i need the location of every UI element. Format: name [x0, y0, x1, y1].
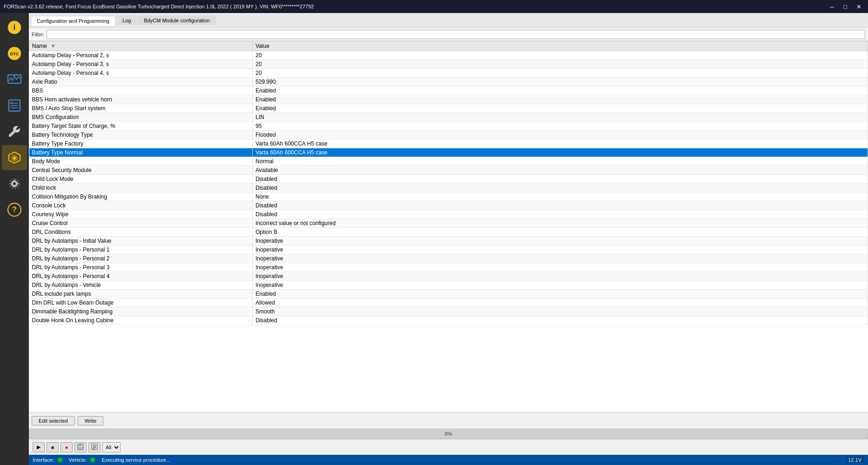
table-row[interactable]: Console LockDisabled [29, 201, 868, 210]
table-row[interactable]: BMS ConfigurationLIN [29, 113, 868, 122]
progress-label: 0% [445, 431, 452, 437]
log-select[interactable]: All [102, 442, 121, 452]
main-content: Configuration and Programming Log BdyCM … [29, 13, 868, 465]
sidebar-item-programming[interactable] [2, 145, 27, 170]
table-row[interactable]: BBS Horn activates vehicle hornEnabled [29, 95, 868, 104]
cell-name: Battery Target State of Charge, % [29, 122, 253, 131]
table-row[interactable]: DRL by Autolamps - Personal 4Inoperative [29, 272, 868, 281]
svg-text:i: i [13, 23, 15, 31]
voltage-display: 12.1V [845, 457, 864, 463]
tab-log[interactable]: Log [116, 15, 137, 25]
cell-value: Incorrect value or not configured [253, 219, 868, 228]
tab-config[interactable]: Configuration and Programming [31, 16, 115, 26]
table-row[interactable]: Dimmable Backlighting RampingSmooth [29, 307, 868, 316]
table-row[interactable]: Battery Type FactoryVarta 60Ah 600CCA H5… [29, 140, 868, 148]
table-row[interactable]: Battery Technology TypeFlooded [29, 131, 868, 140]
table-row[interactable]: Courtesy WipeDisabled [29, 210, 868, 219]
filter-input[interactable] [47, 30, 866, 39]
write-button[interactable]: Write [78, 416, 103, 425]
table-row[interactable]: DRL include park lampsEnabled [29, 290, 868, 299]
table-row[interactable]: Autolamp Delay - Personal 3, s20 [29, 60, 868, 69]
sidebar-item-settings[interactable] [2, 171, 27, 196]
sidebar-item-wrench[interactable] [2, 119, 27, 144]
table-row[interactable]: Autolamp Delay - Personal 4, s20 [29, 69, 868, 78]
tab-bdycm[interactable]: BdyCM Module configuration [138, 15, 215, 25]
cell-value: Disabled [253, 201, 868, 210]
cell-name: BBS [29, 86, 253, 95]
column-header-value[interactable]: Value [253, 41, 868, 51]
table-container[interactable]: Name ▼ Value Autolamp Delay - Personal 2… [29, 41, 868, 412]
cell-value: Disabled [253, 210, 868, 219]
sidebar-item-help[interactable]: ? [2, 197, 27, 222]
cell-value: Available [253, 166, 868, 175]
minimize-button[interactable]: ─ [827, 2, 837, 11]
table-row[interactable]: DRL by Autolamps - Personal 3Inoperative [29, 263, 868, 272]
progress-bar-container: 0% [29, 429, 868, 439]
table-row[interactable]: Central Security ModuleAvailable [29, 166, 868, 175]
svg-text:?: ? [12, 206, 17, 213]
interface-label: Interface: [33, 457, 54, 463]
maximize-button[interactable]: □ [841, 2, 850, 11]
column-header-name[interactable]: Name ▼ [29, 41, 253, 51]
play-button[interactable]: ▶ [33, 442, 45, 452]
sort-icon: ▼ [50, 43, 56, 49]
save-button[interactable] [74, 442, 87, 452]
table-row[interactable]: BMS / Auto Stop Start systemEnabled [29, 104, 868, 113]
table-row[interactable]: Autolamp Delay - Personal 2, s20 [29, 51, 868, 60]
table-row[interactable]: DRL by Autolamps - Initial ValueInoperat… [29, 237, 868, 246]
app-container: i DTC [0, 13, 868, 465]
stop-icon: ■ [51, 445, 54, 450]
cell-value: Disabled [253, 316, 868, 325]
table-row[interactable]: Collision Mitigation By BrakingNone [29, 193, 868, 201]
table-row[interactable]: DRL ConditionsOption B [29, 228, 868, 237]
cell-value: Enabled [253, 290, 868, 299]
cell-name: Body Mode [29, 157, 253, 166]
svg-point-11 [13, 157, 16, 159]
table-row[interactable]: Body ModeNormal [29, 157, 868, 166]
record-button[interactable]: ● [61, 442, 73, 452]
programming-icon [7, 150, 22, 165]
table-row[interactable]: DRL by Autolamps - Personal 2Inoperative [29, 254, 868, 263]
table-row[interactable]: BBSEnabled [29, 86, 868, 95]
info-icon: i [7, 20, 22, 35]
record-icon: ● [65, 445, 68, 450]
close-button[interactable]: ✕ [854, 2, 864, 11]
cell-value: Inoperative [253, 237, 868, 246]
table-row[interactable]: Axle Ratio529.990 [29, 78, 868, 86]
table-row[interactable]: Battery Type NormalVarta 60Ah 600CCA H5 … [29, 148, 868, 157]
export-icon [91, 444, 98, 451]
cell-value: Smooth [253, 307, 868, 316]
cell-name: DRL include park lamps [29, 290, 253, 299]
table-row[interactable]: Child lockDisabled [29, 184, 868, 193]
cell-value: 20 [253, 69, 868, 78]
edit-selected-button[interactable]: Edit selected [32, 416, 75, 425]
cell-name: Child lock [29, 184, 253, 193]
table-row[interactable]: Battery Target State of Charge, %95 [29, 122, 868, 131]
cell-name: DRL by Autolamps - Initial Value [29, 237, 253, 246]
cell-value: Varta 60Ah 600CCA H5 case [253, 148, 868, 157]
dtc-icon: DTC [7, 46, 22, 61]
stop-button[interactable]: ■ [47, 442, 59, 452]
cell-value: Flooded [253, 131, 868, 140]
tab-bar: Configuration and Programming Log BdyCM … [29, 13, 868, 28]
sidebar: i DTC [0, 13, 29, 465]
table-row[interactable]: Child Lock ModeDisabled [29, 175, 868, 184]
table-row[interactable]: Double Honk On Leaving CabineDisabled [29, 316, 868, 325]
sidebar-item-info[interactable]: i [2, 15, 27, 40]
settings-icon [7, 176, 22, 191]
table-row[interactable]: DRL by Autolamps - Personal 1Inoperative [29, 246, 868, 254]
cell-name: Child Lock Mode [29, 175, 253, 184]
interface-indicator [58, 458, 62, 462]
table-row[interactable]: Cruise ControlIncorrect value or not con… [29, 219, 868, 228]
sidebar-item-checklist[interactable] [2, 93, 27, 118]
table-header-row: Name ▼ Value [29, 41, 868, 51]
cell-name: Double Honk On Leaving Cabine [29, 316, 253, 325]
cell-name: Axle Ratio [29, 78, 253, 86]
sidebar-item-monitor[interactable] [2, 67, 27, 92]
table-row[interactable]: DRL by Autolamps - VehicleInoperative [29, 281, 868, 290]
sidebar-item-dtc[interactable]: DTC [2, 41, 27, 66]
export-button[interactable] [88, 442, 101, 452]
table-row[interactable]: Dim DRL with Low Beam OutageAllowed [29, 299, 868, 307]
media-controls: ▶ ■ ● All [29, 439, 868, 455]
cell-value: Disabled [253, 184, 868, 193]
